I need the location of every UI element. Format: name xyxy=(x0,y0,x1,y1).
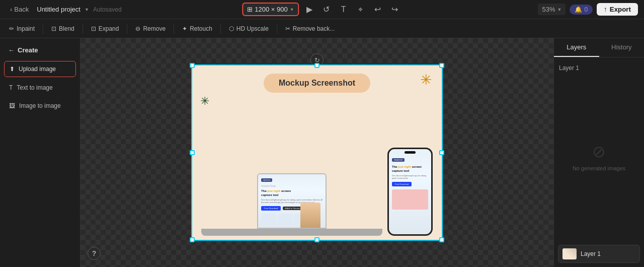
upload-icon: ⬆ xyxy=(10,65,15,73)
link-tool-icon[interactable]: ⌖ xyxy=(354,3,368,17)
export-button[interactable]: ↑ Export xyxy=(597,3,638,16)
main-layout: ← Create ⬆ Upload image T Text to image … xyxy=(0,38,644,267)
screen-logo: GETCO xyxy=(261,178,272,182)
retouch-label: Retouch xyxy=(190,25,212,32)
help-button[interactable]: ? xyxy=(88,247,101,260)
chevron-down-icon: ▼ xyxy=(290,7,294,12)
sidebar-title: Create xyxy=(18,46,38,54)
zoom-value: 53% xyxy=(542,6,555,13)
hd-icon: ⬡ xyxy=(229,25,234,32)
panel-content: Layer 1 ⊘ No generated images xyxy=(554,57,644,241)
no-images-state: ⊘ No generated images xyxy=(559,78,639,236)
tab-layers[interactable]: Layers xyxy=(554,38,599,57)
remove-bg-label: Remove back... xyxy=(293,25,335,32)
canvas-image: Mockup Screenshot ✳ ✳ GETCO Gemini Snap … xyxy=(191,64,443,241)
laptop-base xyxy=(201,229,382,236)
history-tab-label: History xyxy=(611,43,631,51)
layer-label: Layer 1 xyxy=(559,62,639,74)
toolbar-separator xyxy=(174,24,174,34)
toolbar-separator xyxy=(220,24,221,34)
back-button[interactable]: ‹ Back xyxy=(6,4,33,15)
laptop-screen: GETCO Gemini Snap The just right screenc… xyxy=(257,173,327,229)
remove-icon: ⊖ xyxy=(135,25,140,32)
redo-icon[interactable]: ↪ xyxy=(388,3,402,17)
phone-screen-content: REMOVE The just right screencapture tool… xyxy=(389,154,431,214)
zoom-control[interactable]: 53% ▼ xyxy=(538,4,566,15)
screen-headline: The just right screencapture tool xyxy=(261,189,323,197)
remove-bg-icon: ✂ xyxy=(285,25,290,32)
toolbar-separator xyxy=(43,24,43,34)
blend-tool[interactable]: ⊡ Blend xyxy=(46,23,79,34)
text-to-image-label: Text to image xyxy=(17,84,52,91)
header-right: 53% ▼ 🔔 0 ↑ Export xyxy=(538,3,638,16)
no-images-icon: ⊘ xyxy=(592,142,606,161)
expand-tool[interactable]: ⊡ Expand xyxy=(86,23,124,34)
phone-mockup: REMOVE The just right screencapture tool… xyxy=(387,148,433,236)
sidebar-item-upload-image[interactable]: ⬆ Upload image xyxy=(4,61,76,77)
canvas-area[interactable]: ↻ Mockup Screenshot ✳ ✳ GETCO Gemini Sna… xyxy=(80,38,553,267)
laptop-mockup: GETCO Gemini Snap The just right screenc… xyxy=(201,173,382,236)
expand-icon: ⊡ xyxy=(91,25,96,32)
sidebar-header: ← Create xyxy=(4,44,76,58)
text-tool-icon[interactable]: T xyxy=(337,3,351,17)
screens-container: GETCO Gemini Snap The just right screenc… xyxy=(201,148,433,236)
phone-screen-logo: REMOVE xyxy=(392,158,405,162)
inpaint-label: Inpaint xyxy=(17,25,35,32)
chevron-down-icon: ▼ xyxy=(557,7,562,12)
expand-label: Expand xyxy=(99,25,119,32)
remove-label: Remove xyxy=(143,25,166,32)
notifications-button[interactable]: 🔔 0 xyxy=(570,5,593,15)
upload-label: Upload image xyxy=(19,65,56,73)
project-title[interactable]: Untitled project xyxy=(37,6,80,13)
text-icon: T xyxy=(9,84,13,91)
layer-items: Layer 1 xyxy=(554,241,644,267)
mockup-title: Mockup Screenshot xyxy=(264,74,370,93)
panel-tabs: Layers History xyxy=(554,38,644,57)
create-arrow-icon: ← xyxy=(8,46,15,54)
inpaint-icon: ✏ xyxy=(9,25,14,32)
phone-download-btn: Free Download xyxy=(392,182,412,186)
layer-item-name: Layer 1 xyxy=(581,250,601,257)
hd-label: HD Upscale xyxy=(236,25,269,32)
image-to-image-label: Image to image xyxy=(19,102,61,109)
sidebar-item-text-to-image[interactable]: T Text to image xyxy=(4,80,76,95)
header: ‹ Back Untitled project ▼ Autosaved ⊞ 12… xyxy=(0,0,644,19)
remove-tool[interactable]: ⊖ Remove xyxy=(130,23,171,34)
layers-tab-label: Layers xyxy=(567,43,586,51)
star-decoration-left: ✳ xyxy=(200,95,209,108)
remove-background-tool[interactable]: ✂ Remove back... xyxy=(280,23,340,34)
phone-notch xyxy=(405,151,416,154)
inpaint-tool[interactable]: ✏ Inpaint xyxy=(4,23,40,34)
star-decoration-right: ✳ xyxy=(420,72,432,88)
hd-upscale-tool[interactable]: ⬡ HD Upscale xyxy=(224,23,274,34)
toolbar-separator xyxy=(277,24,277,34)
image-canvas[interactable]: ↻ Mockup Screenshot ✳ ✳ GETCO Gemini Sna… xyxy=(191,64,443,241)
sidebar: ← Create ⬆ Upload image T Text to image … xyxy=(0,38,80,267)
tab-history[interactable]: History xyxy=(599,38,645,57)
play-button[interactable]: ▶ xyxy=(302,3,316,17)
notif-count: 0 xyxy=(584,6,588,13)
export-icon: ↑ xyxy=(604,6,607,13)
no-images-text: No generated images xyxy=(573,165,625,171)
mini-screen-1 xyxy=(261,214,276,224)
layer-thumbnail xyxy=(562,248,577,259)
phone-screen-headline: The just right screencapture tool xyxy=(392,165,428,173)
canvas-icon: ⊞ xyxy=(247,6,253,13)
retouch-tool[interactable]: ✦ Retouch xyxy=(177,23,217,34)
screen-download-btn: Free Download xyxy=(261,206,281,211)
toolbar: ✏ Inpaint ⊡ Blend ⊡ Expand ⊖ Remove ✦ Re… xyxy=(0,19,644,38)
layer-item[interactable]: Layer 1 xyxy=(558,245,640,263)
layer-thumb-image xyxy=(562,248,577,259)
screen-add-btn: ⊕ Add to Chrome xyxy=(283,207,302,210)
right-panel: Layers History Layer 1 ⊘ No generated im… xyxy=(553,38,644,267)
blend-label: Blend xyxy=(59,25,74,32)
autosaved-status: Autosaved xyxy=(93,6,122,13)
rotate-icon[interactable]: ↺ xyxy=(319,3,334,17)
sidebar-item-image-to-image[interactable]: 🖼 Image to image xyxy=(4,98,76,113)
mini-screen-2 xyxy=(278,214,293,224)
image-icon: 🖼 xyxy=(9,102,15,109)
figure-person xyxy=(300,203,320,228)
notif-icon: 🔔 xyxy=(575,6,582,13)
undo-icon[interactable]: ↩ xyxy=(371,3,385,17)
canvas-size-button[interactable]: ⊞ 1200 × 900 ▼ xyxy=(242,3,299,16)
